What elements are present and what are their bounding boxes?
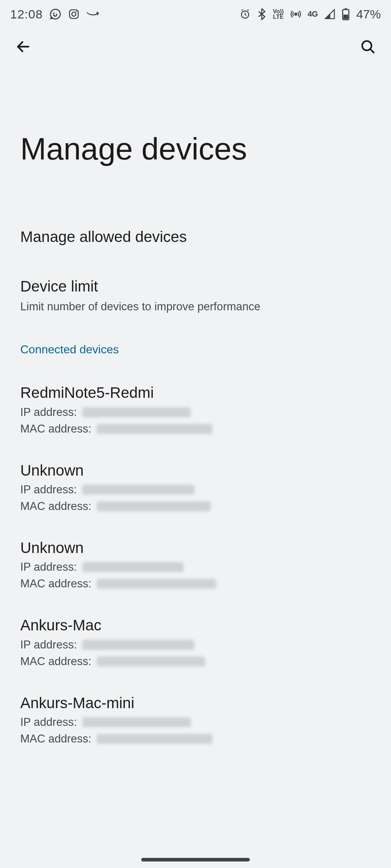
battery-icon xyxy=(342,8,350,20)
svg-rect-1 xyxy=(70,10,78,18)
bluetooth-icon xyxy=(257,8,266,20)
device-row[interactable]: Ankurs-Mac-mini IP address: MAC address: xyxy=(0,675,391,753)
status-bar: 12:08 Vo))LTE 4G 47% xyxy=(0,0,391,28)
ip-label: IP address: xyxy=(20,406,80,419)
device-mac-line: MAC address: xyxy=(20,500,371,513)
row-subtitle: Limit number of devices to improve perfo… xyxy=(20,299,371,314)
redacted-value xyxy=(97,579,216,589)
network-type: 4G xyxy=(308,9,318,19)
svg-rect-7 xyxy=(345,8,347,10)
instagram-icon xyxy=(68,8,80,20)
device-ip-line: IP address: xyxy=(20,716,371,729)
back-button[interactable] xyxy=(10,34,36,60)
device-row[interactable]: Unknown IP address: MAC address: xyxy=(0,443,391,520)
ip-label: IP address: xyxy=(20,716,80,729)
device-ip-line: IP address: xyxy=(20,483,371,496)
status-left: 12:08 xyxy=(10,7,100,21)
redacted-value xyxy=(97,656,205,667)
svg-point-2 xyxy=(72,12,76,16)
svg-rect-8 xyxy=(344,14,348,19)
mac-label: MAC address: xyxy=(20,655,94,668)
device-mac-line: MAC address: xyxy=(20,655,371,668)
device-row[interactable]: RedmiNote5-Redmi IP address: MAC address… xyxy=(0,365,391,442)
page-title: Manage devices xyxy=(0,66,391,217)
amazon-swoosh-icon xyxy=(86,10,100,18)
search-button[interactable] xyxy=(355,34,381,60)
device-row[interactable]: Ankurs-Mac IP address: MAC address: xyxy=(0,597,391,675)
device-mac-line: MAC address: xyxy=(20,422,371,435)
device-ip-line: IP address: xyxy=(20,406,371,419)
ip-label: IP address: xyxy=(20,483,80,496)
svg-point-3 xyxy=(76,11,77,12)
row-title: Device limit xyxy=(20,277,371,296)
device-ip-line: IP address: xyxy=(20,638,371,651)
mac-label: MAC address: xyxy=(20,422,94,435)
gesture-nav-indicator[interactable] xyxy=(141,858,250,861)
redacted-value xyxy=(97,501,211,511)
svg-point-5 xyxy=(295,13,297,15)
toolbar xyxy=(0,28,391,66)
section-connected-devices: Connected devices xyxy=(0,328,391,365)
row-device-limit[interactable]: Device limit Limit number of devices to … xyxy=(0,260,391,328)
device-name: Unknown xyxy=(20,539,371,557)
redacted-value xyxy=(82,407,191,417)
ip-label: IP address: xyxy=(20,561,80,574)
redacted-value xyxy=(82,640,194,650)
device-ip-line: IP address: xyxy=(20,561,371,574)
redacted-value xyxy=(82,562,184,572)
status-right: Vo))LTE 4G 47% xyxy=(240,7,381,21)
arrow-left-icon xyxy=(15,39,31,56)
device-name: Unknown xyxy=(20,461,371,480)
mac-label: MAC address: xyxy=(20,732,94,745)
device-name: RedmiNote5-Redmi xyxy=(20,384,371,402)
device-name: Ankurs-Mac xyxy=(20,616,371,634)
device-mac-line: MAC address: xyxy=(20,732,371,745)
battery-percent: 47% xyxy=(356,7,381,21)
alarm-icon xyxy=(240,9,251,20)
mac-label: MAC address: xyxy=(20,500,94,513)
device-mac-line: MAC address: xyxy=(20,577,371,590)
row-manage-allowed-devices[interactable]: Manage allowed devices xyxy=(0,217,391,260)
mac-label: MAC address: xyxy=(20,577,94,590)
ip-label: IP address: xyxy=(20,638,80,651)
row-title: Manage allowed devices xyxy=(20,227,371,247)
hotspot-icon xyxy=(290,9,301,20)
signal-icon xyxy=(324,9,335,20)
redacted-value xyxy=(82,485,194,495)
redacted-value xyxy=(82,717,191,727)
volte-icon: Vo))LTE xyxy=(273,9,284,20)
redacted-value xyxy=(97,734,213,744)
status-time: 12:08 xyxy=(10,7,43,21)
search-icon xyxy=(360,39,376,56)
redacted-value xyxy=(97,424,213,434)
whatsapp-icon xyxy=(49,8,62,20)
device-name: Ankurs-Mac-mini xyxy=(20,694,371,712)
device-row[interactable]: Unknown IP address: MAC address: xyxy=(0,520,391,597)
svg-point-0 xyxy=(51,9,60,19)
